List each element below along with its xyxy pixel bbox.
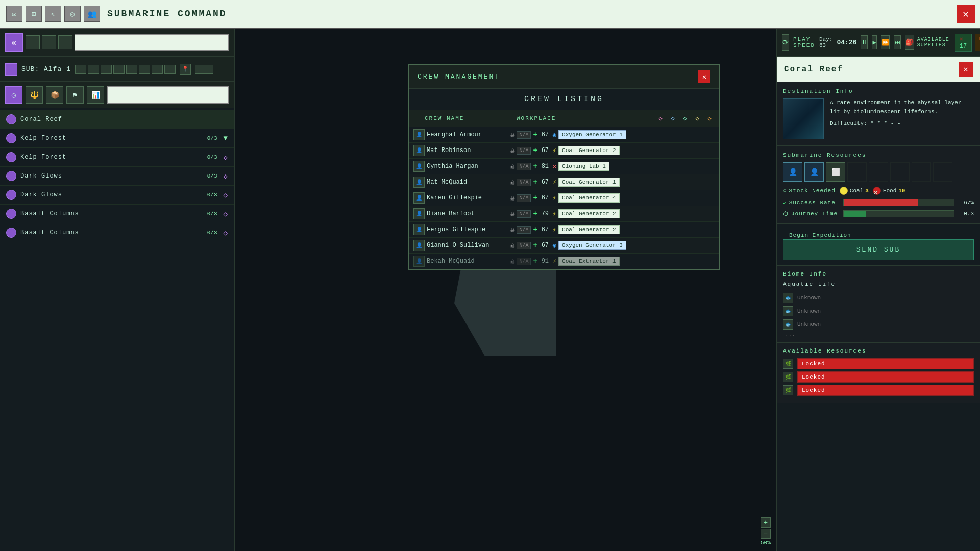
success-rate-row: ✓ Success Rate 67% (783, 199, 974, 206)
skull-icon-2: ☠ (510, 146, 514, 155)
food-icon: ✕ (873, 187, 881, 195)
checkmark-icon: ✓ (783, 199, 787, 206)
wp-name-7: Coal Generator 2 (558, 225, 620, 234)
crew-na-4: N/A (517, 179, 531, 186)
grid-icon[interactable]: ⊞ (26, 6, 42, 22)
table-row[interactable]: 👤 Cynthia Hargan ☠ N/A + 81 ✕ Cloning La… (409, 159, 719, 174)
cursor-icon[interactable]: ↖ (45, 6, 61, 22)
nav-text-input[interactable] (107, 86, 229, 104)
col-header-workplace: WORKPLACE (517, 115, 655, 121)
table-row[interactable]: 👤 Mat McQuaid ☠ N/A + 67 ⚡ Coal Generato… (409, 174, 719, 190)
loc-count-kelp-2: 0/3 (207, 154, 217, 160)
location-icon[interactable]: 📍 (180, 64, 191, 75)
email-icon[interactable]: ✉ (6, 6, 22, 22)
nav-box[interactable]: 📦 (46, 86, 63, 104)
zoom-out-button[interactable]: − (761, 529, 771, 539)
crew-row-icon: 👤 (413, 256, 425, 267)
food-label: Food (883, 188, 896, 194)
coal-label: Coal (850, 188, 863, 194)
crew-list-body: 👤 Fearghal Armour ☠ N/A + 67 ◉ Oxygen Ge… (409, 127, 719, 269)
coral-close-button[interactable]: ✕ (959, 62, 973, 77)
workplace-tag-6: ⚡ Coal Generator 2 (553, 209, 715, 218)
table-row[interactable]: 👤 Fearghal Armour ☠ N/A + 67 ◉ Oxygen Ge… (409, 127, 719, 143)
table-row[interactable]: 👤 Karen Gillespie ☠ N/A + 67 ⚡ Coal Gene… (409, 190, 719, 206)
crew-row-icon: 👤 (413, 224, 425, 235)
location-item-coral-reef[interactable]: Coral Reef (0, 110, 234, 129)
crew-stat-3: 81 (540, 163, 551, 170)
loc-name-kelp-1: Kelp Forest (20, 135, 203, 142)
crew-management-modal: CREW MANAGEMENT ✕ CREW LISTING CREW NAME… (408, 64, 720, 270)
aquatic-item-2: 🐟 Unknown (783, 305, 974, 318)
play-button[interactable]: ▶ (872, 35, 876, 49)
nav-btn-3[interactable] (58, 35, 72, 49)
wp-icon-oxygen-8: ◉ (553, 242, 556, 249)
sub-bar-3 (101, 65, 112, 74)
crew-na-8: N/A (517, 242, 531, 249)
people-icon[interactable]: 👥 (84, 6, 100, 22)
loc-icon-dark-2 (6, 190, 16, 200)
fast-forward-button[interactable]: ⏩ (881, 35, 890, 49)
nav-search-input[interactable] (75, 34, 229, 51)
nav-flag[interactable]: ⚑ (66, 86, 84, 104)
title-close-button[interactable]: ✕ (957, 5, 975, 23)
locked-bar-2: Locked (797, 371, 974, 383)
crew-plus-6: + (533, 210, 537, 218)
destination-image (783, 98, 824, 139)
sub-info-bar: SUB: Alfa 1 📍 (0, 57, 234, 82)
location-item-basalt-1[interactable]: Basalt Columns 0/3 ◇ (0, 205, 234, 223)
aquatic-life-list: 🐟 Unknown 🐟 Unknown 🐟 Unknown ... (783, 291, 974, 337)
skull-icon-1: ☠ (510, 131, 514, 139)
location-item-dark-2[interactable]: Dark Glows 0/3 ◇ (0, 186, 234, 205)
crew-row-icon: 👤 (413, 192, 425, 204)
nav-compass[interactable]: ◎ (5, 86, 22, 104)
table-row[interactable]: 👤 Bekah McQuaid ☠ N/A + 91 ⚡ Coal Extrac… (409, 254, 719, 269)
nav-btn-2[interactable] (42, 35, 56, 49)
journey-value: 0.3 (959, 211, 974, 217)
location-item-kelp-1[interactable]: Kelp Forest 0/3 ▼ (0, 129, 234, 148)
send-sub-button[interactable]: SEND SUB (783, 239, 974, 260)
success-rate-label: ✓ Success Rate (783, 199, 839, 206)
play-speed-label: PLAY SPEED (793, 36, 815, 48)
location-item-dark-1[interactable]: Dark Glows 0/3 ◇ (0, 167, 234, 186)
locked-bar-3: Locked (797, 385, 974, 396)
journey-time-row: ⏱ Journey Time 0.3 (783, 210, 974, 217)
wp-name-2: Coal Generator 2 (558, 146, 620, 155)
table-row[interactable]: 👤 Diane Barfoot ☠ N/A + 79 ⚡ Coal Genera… (409, 206, 719, 222)
res-icon-2: 👤 (804, 162, 824, 182)
pause-button[interactable]: ⏸ (861, 35, 868, 49)
left-panel: ◎ SUB: Alfa 1 📍 ◎ (0, 29, 235, 551)
skull-icon-5: ☠ (510, 194, 514, 203)
stock-food: ✕ Food 10 (873, 187, 905, 195)
wp-name-3: Cloning Lab 1 (558, 162, 609, 171)
fastest-button[interactable]: ⏭ (894, 35, 901, 49)
supplies-area: 🎒 AVAILABLE SUPPLIES ✕ 17 □ 58 △ 0 (905, 34, 980, 52)
table-row[interactable]: 👤 Gianni O Sullivan ☠ N/A + 67 ◉ Oxygen … (409, 238, 719, 254)
time-display: 04:26 (837, 39, 856, 46)
avail-res-item-2: 🌿 Locked (783, 371, 974, 383)
wp-icon-lightning-6: ⚡ (553, 210, 556, 218)
crew-stat-6: 79 (540, 210, 551, 217)
compass-icon[interactable]: ◎ (64, 6, 81, 22)
loc-name-kelp-2: Kelp Forest (20, 154, 203, 161)
skull-icon-8: ☠ (510, 241, 514, 250)
table-row[interactable]: 👤 Mat Robinson ☠ N/A + 67 ⚡ Coal Generat… (409, 143, 719, 159)
crew-name-4: Mat McQuaid (427, 179, 508, 186)
loc-arrow-dark-1: ◇ (224, 172, 228, 181)
top-nav: ◎ (0, 29, 234, 57)
aquatic-name-3: Unknown (797, 321, 821, 328)
loc-count-basalt-1: 0/3 (207, 211, 217, 217)
loc-icon-dark-1 (6, 171, 16, 181)
nav-chart[interactable]: 📊 (87, 86, 104, 104)
location-item-basalt-2[interactable]: Basalt Columns 0/3 ◇ (0, 223, 234, 242)
supplies-label: AVAILABLE SUPPLIES (917, 37, 952, 48)
compass-nav-icon[interactable]: ◎ (5, 33, 23, 52)
table-row[interactable]: 👤 Fergus Gillespie ☠ N/A + 67 ⚡ Coal Gen… (409, 222, 719, 238)
nav-btn-1[interactable] (26, 35, 40, 49)
location-item-kelp-2[interactable]: Kelp Forest 0/3 ◇ (0, 148, 234, 167)
crew-modal-close-button[interactable]: ✕ (698, 70, 710, 83)
crew-plus-1: + (533, 131, 537, 139)
zoom-in-button[interactable]: + (761, 517, 771, 528)
loc-name-dark-1: Dark Glows (20, 172, 203, 180)
supplies-icon: 🎒 (905, 35, 914, 50)
nav-submarine[interactable]: 🔱 (26, 86, 43, 104)
